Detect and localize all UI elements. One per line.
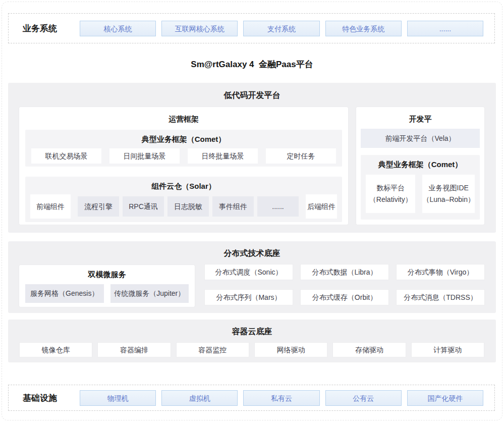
chip-log-masking: 日志脱敏 [167,196,209,217]
container-cloud-title: 容器云底座 [8,320,496,337]
solar-chips: 前端组件 流程引擎 RPC通讯 日志脱敏 事件组件 ...... 后端组件 [25,194,342,219]
chip-distributed-data-libra: 分布式数据（Libra） [300,264,389,280]
chip-business-view-ide-luna-robin: 业务视图IDE （Luna–Robin） [422,175,475,213]
platform-title: Sm@rtGalaxy 4 金融Paas平台 [0,59,504,70]
distributed-title: 分布式技术底座 [8,241,496,259]
section-distributed-base: 分布式技术底座 双模微服务 服务网格（Genesis） 传统微服务（Jupite… [8,241,496,313]
infrastructure-row: 基础设施 物理机 虚拟机 私有云 公有云 国产化硬件 [8,385,495,411]
chip-traditional-microservices-jupiter: 传统微服务（Jupiter） [110,284,189,303]
business-systems-row: 业务系统 核心系统 互联网核心系统 支付系统 特色业务系统 ...... [8,13,495,43]
distributed-chips-grid: 分布式调度（Sonic） 分布式数据（Libra） 分布式事物（Virgo） 分… [204,264,485,305]
chip-private-cloud: 私有云 [243,390,319,406]
chip-special-business-system: 特色业务系统 [325,21,402,36]
chip-line2: （Luna–Robin） [422,194,475,205]
dev-platform-title: 开发平 [356,115,484,124]
chip-storage-driver: 存储驱动 [332,342,406,357]
comet-dev-title: 典型业务框架（Comet） [361,155,480,170]
chip-process-engine: 流程引擎 [78,196,119,217]
chip-frontend-dev-platform-vela: 前端开发平台（Vela） [361,129,480,148]
chip-endofday-batch-scene: 日终批量场景 [188,148,258,164]
chip-distributed-sequence-mars: 分布式序列（Mars） [204,289,293,305]
infrastructure-label: 基础设施 [23,392,57,404]
chip-virtual-machine: 虚拟机 [161,390,238,406]
dual-mode-chips: 服务网格（Genesis） 传统微服务（Jupiter） [25,284,189,303]
chip-network-driver: 网络驱动 [254,342,327,357]
subpanel-comet-operation: 典型业务框架（Comet） 联机交易场景 日间批量场景 日终批量场景 定时任务 [25,130,342,167]
chip-line2: （Relativity） [369,194,412,205]
chip-image-registry: 镜像仓库 [19,342,92,357]
chip-compute-driver: 计算驱动 [411,342,484,357]
infrastructure-chips: 物理机 虚拟机 私有云 公有云 国产化硬件 [80,390,483,406]
low-code-title: 低代码开发平台 [8,83,496,101]
chip-core-system: 核心系统 [80,21,156,36]
panel-dev-platform: 开发平 前端开发平台（Vela） 典型业务框架（Comet） 数标平台 （Rel… [356,107,484,225]
chip-domestic-hardware: 国产化硬件 [407,390,483,406]
business-systems-label: 业务系统 [23,23,57,34]
subpanel-solar: 组件云仓（Solar） 前端组件 流程引擎 RPC通讯 日志脱敏 事件组件 ..… [25,177,342,222]
solar-title: 组件云仓（Solar） [25,177,342,191]
business-systems-chips: 核心系统 互联网核心系统 支付系统 特色业务系统 ...... [80,21,483,36]
chip-public-cloud: 公有云 [325,390,402,406]
comet-operation-chips: 联机交易场景 日间批量场景 日终批量场景 定时任务 [31,148,336,164]
chip-distributed-message-tdrss: 分布式消息（TDRSS） [396,289,485,305]
chip-payment-system: 支付系统 [243,21,319,36]
chip-frontend-components: 前端组件 [30,194,71,219]
chip-distributed-scheduling-sonic: 分布式调度（Sonic） [204,264,293,280]
chip-line1: 业务视图IDE [429,182,469,194]
subpanel-comet-dev: 典型业务框架（Comet） 数标平台 （Relativity） 业务视图IDE … [361,155,480,220]
chip-distributed-transaction-virgo: 分布式事物（Virgo） [396,264,485,280]
chip-online-trading-scene: 联机交易场景 [31,148,101,164]
chip-service-mesh-genesis: 服务网格（Genesis） [25,284,104,303]
comet-dev-chips: 数标平台 （Relativity） 业务视图IDE （Luna–Robin） [366,175,475,213]
section-container-cloud-base: 容器云底座 镜像仓库 容器编排 容器监控 网络驱动 存储驱动 计算驱动 [8,320,496,362]
chip-solar-more: ...... [257,196,299,217]
chip-physical-machine: 物理机 [80,390,156,406]
chip-container-monitoring: 容器监控 [176,342,249,357]
comet-operation-title: 典型业务框架（Comet） [25,130,342,144]
chip-scheduled-task: 定时任务 [266,148,336,164]
container-cloud-chips: 镜像仓库 容器编排 容器监控 网络驱动 存储驱动 计算驱动 [19,342,484,357]
operation-framework-title: 运营框架 [19,115,348,124]
chip-backend-components: 后端组件 [306,194,337,219]
chip-event-components: 事件组件 [212,196,254,217]
chip-daytime-batch-scene: 日间批量场景 [109,148,180,164]
panel-operation-framework: 运营框架 典型业务框架（Comet） 联机交易场景 日间批量场景 日终批量场景 … [19,107,348,225]
chip-distributed-cache-orbit: 分布式缓存（Orbit） [300,289,389,305]
chip-data-platform-relativity: 数标平台 （Relativity） [366,175,415,213]
chip-internet-core-system: 互联网核心系统 [161,21,238,36]
section-low-code-platform: 低代码开发平台 运营框架 典型业务框架（Comet） 联机交易场景 日间批量场景… [8,83,496,233]
chip-line1: 数标平台 [376,182,405,194]
chip-business-more: ...... [407,21,483,36]
chip-rpc-communication: RPC通讯 [123,196,164,217]
chip-container-orchestration: 容器编排 [97,342,171,357]
panel-dual-mode-microservices: 双模微服务 服务网格（Genesis） 传统微服务（Jupiter） [19,265,195,307]
dual-mode-title: 双模微服务 [19,270,195,280]
